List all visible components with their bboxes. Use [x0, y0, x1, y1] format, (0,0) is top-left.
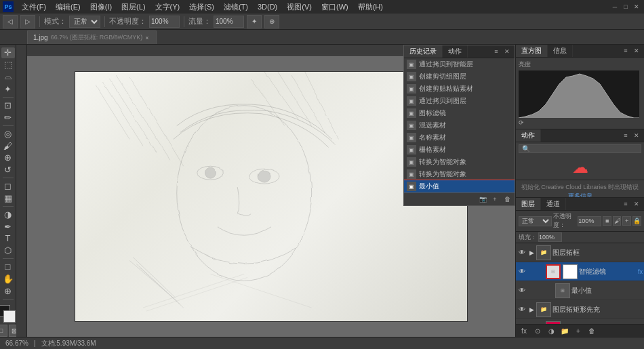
- mode-select[interactable]: 正常: [69, 16, 100, 28]
- layer-thumbnail: 📁: [536, 302, 551, 317]
- history-item[interactable]: ▣ 通过拷贝到图层: [404, 95, 515, 107]
- add-mask-btn[interactable]: ⊙: [532, 326, 543, 335]
- history-item[interactable]: ▣ 创建剪贴粘贴素材: [404, 83, 515, 95]
- history-item[interactable]: ▣ 名称素材: [404, 131, 515, 144]
- history-camera-btn[interactable]: 📷: [478, 194, 487, 204]
- tool-btn-2[interactable]: ▷: [20, 15, 35, 28]
- layers-tab[interactable]: 图层: [516, 198, 541, 210]
- layer-visibility-toggle[interactable]: 👁: [517, 305, 527, 314]
- marquee-tool[interactable]: ⬚: [1, 60, 15, 70]
- background-color[interactable]: [3, 310, 16, 323]
- dodge-tool[interactable]: ◑: [1, 209, 15, 220]
- layer-visibility-toggle[interactable]: 👁: [517, 286, 527, 295]
- crop-tool[interactable]: ⊡: [1, 100, 15, 111]
- layers-close-btn[interactable]: ✕: [632, 199, 641, 209]
- layer-visibility-toggle[interactable]: 👁: [517, 267, 527, 276]
- standard-mode-btn[interactable]: □: [0, 325, 7, 337]
- add-layer-style-btn[interactable]: fx: [519, 326, 529, 335]
- panel-menu-btn[interactable]: ≡: [491, 47, 501, 56]
- close-button[interactable]: ✕: [632, 2, 641, 12]
- layer-item[interactable]: 👁 矩形 1: [516, 319, 644, 324]
- gradient-tool[interactable]: ▦: [1, 192, 15, 203]
- history-item[interactable]: ▣ 转换为智能对象: [404, 156, 515, 168]
- actions-close-btn[interactable]: ✕: [632, 131, 641, 140]
- magic-wand-tool[interactable]: ✦: [1, 83, 15, 94]
- zoom-tool[interactable]: ⊕: [1, 285, 15, 296]
- file-tab-close[interactable]: ×: [145, 35, 148, 41]
- file-tab[interactable]: 1.jpg 66.7% (图层拓框: RGB/8#/CMYK) ×: [27, 30, 157, 44]
- layer-item-smart-filter[interactable]: 👁 ⊞ 智能滤镜 fx: [516, 262, 644, 281]
- actions-tab-btn[interactable]: 动作: [516, 129, 541, 142]
- menu-image[interactable]: 图像(I): [86, 1, 116, 13]
- text-tool[interactable]: T: [1, 233, 15, 244]
- shape-tool[interactable]: □: [1, 262, 15, 272]
- layer-item[interactable]: 👁 ▶ 📁 图层拓框: [516, 243, 644, 262]
- lock-all-btn[interactable]: 🔒: [632, 216, 641, 226]
- history-item[interactable]: ▣ 创建剪切组图层: [404, 70, 515, 83]
- eraser-tool[interactable]: ◻: [1, 181, 15, 192]
- menu-filter[interactable]: 滤镜(T): [220, 1, 252, 13]
- new-group-btn[interactable]: 📁: [559, 326, 570, 335]
- channels-tab[interactable]: 通道: [541, 198, 566, 210]
- stamp-tool[interactable]: ⊕: [1, 152, 15, 163]
- menu-edit[interactable]: 编辑(E): [52, 1, 85, 13]
- lasso-tool[interactable]: ⌓: [1, 71, 15, 82]
- minimize-button[interactable]: ─: [610, 2, 620, 12]
- history-tab[interactable]: 历史记录: [404, 45, 443, 58]
- history-item[interactable]: ▣ 栅格素材: [404, 144, 515, 156]
- history-item[interactable]: ▣ 混选素材: [404, 119, 515, 131]
- history-item-selected[interactable]: ▣ 最小值: [404, 180, 515, 192]
- opacity-input[interactable]: [578, 216, 601, 226]
- menu-text[interactable]: 文字(Y): [151, 1, 184, 13]
- histogram-close-btn[interactable]: ✕: [632, 46, 641, 56]
- fill-input[interactable]: [538, 232, 562, 242]
- pen-btn[interactable]: ⊕: [264, 15, 279, 28]
- search-input[interactable]: [530, 145, 638, 152]
- histogram-tab[interactable]: 直方图: [516, 45, 548, 57]
- layers-menu-btn[interactable]: ≡: [621, 199, 630, 209]
- new-adjustment-btn[interactable]: ◑: [546, 326, 557, 335]
- search-box[interactable]: 🔍: [519, 144, 641, 153]
- history-item[interactable]: ▣ 图标滤镜: [404, 107, 515, 119]
- menu-layer[interactable]: 图层(L): [117, 1, 149, 13]
- history-brush-tool[interactable]: ↺: [1, 164, 15, 175]
- move-tool[interactable]: ✛: [1, 47, 15, 58]
- heal-tool[interactable]: ◎: [1, 129, 15, 140]
- actions-tab[interactable]: 动作: [443, 45, 468, 58]
- histogram-menu-btn[interactable]: ≡: [621, 46, 630, 56]
- lock-image-btn[interactable]: 🖌: [613, 216, 622, 226]
- maximize-button[interactable]: □: [621, 2, 630, 12]
- actions-menu-btn[interactable]: ≡: [621, 131, 630, 140]
- layer-item[interactable]: 👁 ▶ 📁 图层拓矩形先充: [516, 300, 644, 319]
- layers-footer: fx ⊙ ◑ 📁 + 🗑: [516, 324, 644, 337]
- pen-tool[interactable]: ✒: [1, 221, 15, 232]
- brush-tool[interactable]: 🖌: [1, 140, 15, 151]
- delete-layer-btn[interactable]: 🗑: [586, 326, 597, 335]
- menu-file[interactable]: 文件(F): [18, 1, 50, 13]
- menu-view[interactable]: 视图(V): [283, 1, 316, 13]
- path-tool[interactable]: ⬡: [1, 245, 15, 256]
- layer-item-filter[interactable]: 👁 ⊞ 最小值: [516, 281, 644, 300]
- menu-help[interactable]: 帮助(H): [354, 1, 387, 13]
- history-new-btn[interactable]: +: [490, 194, 500, 204]
- history-item[interactable]: ▣ 转换为智能对象: [404, 168, 515, 180]
- flow-input[interactable]: [214, 16, 244, 28]
- opacity-input[interactable]: [149, 16, 180, 28]
- airbrush-btn[interactable]: ✦: [247, 15, 262, 28]
- lock-transparent-btn[interactable]: ■: [603, 216, 611, 226]
- panel-close-btn[interactable]: ✕: [502, 47, 512, 56]
- svg-point-10: [177, 105, 312, 281]
- history-item[interactable]: ▣ 通过拷贝到智能层: [404, 58, 515, 70]
- tool-btn-1[interactable]: ◁: [3, 15, 18, 28]
- layer-visibility-toggle[interactable]: 👁: [517, 248, 527, 258]
- blend-mode-select[interactable]: 正常: [519, 216, 552, 226]
- history-delete-btn[interactable]: 🗑: [502, 194, 512, 204]
- info-tab[interactable]: 信息: [548, 45, 573, 57]
- menu-select[interactable]: 选择(S): [185, 1, 218, 13]
- eyedropper-tool[interactable]: ✏: [1, 112, 15, 123]
- new-layer-btn[interactable]: +: [573, 326, 584, 335]
- menu-window[interactable]: 窗口(W): [317, 1, 353, 13]
- hand-tool[interactable]: ✋: [1, 274, 15, 285]
- menu-3d[interactable]: 3D(D): [254, 2, 281, 12]
- lock-position-btn[interactable]: +: [622, 216, 631, 226]
